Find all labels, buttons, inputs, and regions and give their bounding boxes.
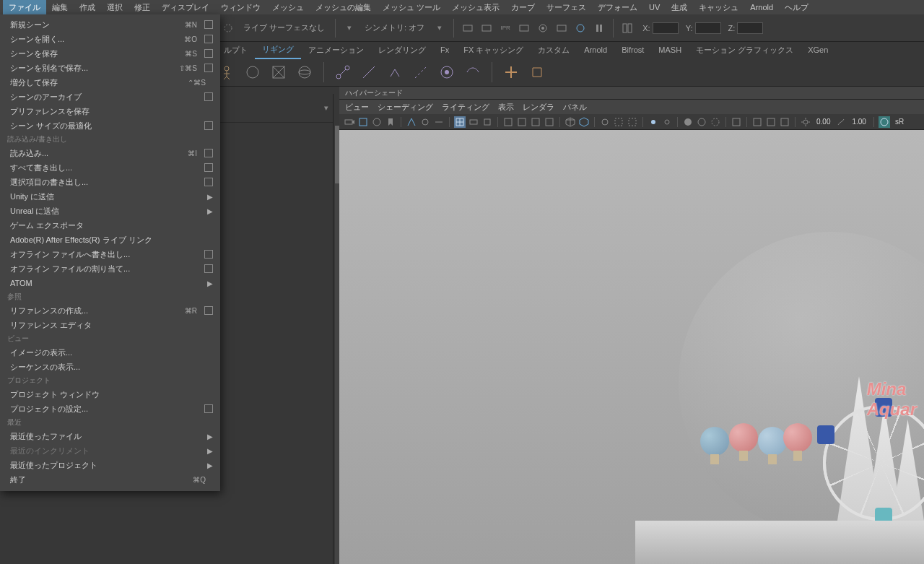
chevron-down-icon[interactable]: ▾ [341,20,357,36]
option-box-icon[interactable] [204,121,213,130]
isolate-icon[interactable] [731,116,742,128]
panel-icon[interactable] [544,116,555,128]
layout-icon[interactable] [619,20,635,36]
option-box-icon[interactable] [204,404,213,413]
menu-item[interactable]: イメージの表示... [0,345,220,360]
menu-item[interactable]: 選択項目の書き出し... [0,175,220,189]
shelf-tab-モーション グラフィックス[interactable]: モーション グラフィックス [689,42,801,58]
coord-x-input[interactable] [653,22,679,34]
menu-選択[interactable]: 選択 [101,0,128,15]
cube-icon[interactable] [578,116,590,128]
menu-キャッシュ[interactable]: キャッシュ [693,0,744,15]
shelf-skin-icon[interactable] [463,62,483,82]
panel-menu-表示[interactable]: 表示 [498,102,514,113]
menu-ディスプレイ[interactable]: ディスプレイ [156,0,215,15]
menu-Arnold[interactable]: Arnold [744,1,779,14]
menu-item[interactable]: プリファレンスを保存 [0,104,220,118]
shelf-constraint-icon[interactable] [501,62,521,82]
light-icon[interactable] [661,116,673,128]
gear-icon[interactable] [535,20,551,36]
menu-item[interactable]: プロジェクト ウィンドウ [0,387,220,402]
render-icon[interactable] [516,20,532,36]
panel-icon[interactable] [779,116,790,128]
panel-menu-ライティング[interactable]: ライティング [442,102,489,113]
panel-icon[interactable] [502,116,514,128]
panel-icon[interactable] [516,116,528,128]
menu-item[interactable]: Adobe(R) After Effects(R) ライブ リンク [0,233,220,247]
menu-item[interactable]: 最近使ったプロジェクト▶ [0,458,220,472]
option-box-icon[interactable] [204,306,213,315]
render-icon[interactable] [572,20,588,36]
option-box-icon[interactable] [204,149,213,157]
shelf-tab-Arnold[interactable]: Arnold [577,43,614,57]
render-icon[interactable] [554,20,570,36]
shelf-tab-MASH[interactable]: MASH [651,43,689,57]
shelf-tab-アニメーション[interactable]: アニメーション [301,42,371,58]
shade-icon[interactable] [682,116,694,128]
panel-icon[interactable] [613,116,624,128]
shelf-tab-FX キャッシング[interactable]: FX キャッシング [456,42,531,58]
menu-item[interactable]: オフライン ファイルの割り当て... [0,261,220,276]
menu-item[interactable]: Unreal に送信▶ [0,204,220,218]
menu-ウィンドウ[interactable]: ウィンドウ [215,0,266,15]
shelf-sphere-icon[interactable] [295,62,315,82]
shelf-shape-icon[interactable] [269,62,289,82]
shelf-tab-Fx[interactable]: Fx [433,43,456,57]
grid-icon[interactable] [454,116,466,128]
shade-icon[interactable] [710,116,721,128]
menu-item[interactable]: リファレンス エディタ [0,318,220,332]
3d-viewport[interactable]: Mina Aquar [339,130,924,564]
menu-item[interactable]: 終了⌘Q [0,472,220,487]
shelf-ik-icon[interactable] [385,62,405,82]
menu-UV[interactable]: UV [643,1,666,14]
menu-修正[interactable]: 修正 [128,0,156,15]
option-box-icon[interactable] [204,178,213,186]
gamma-icon[interactable] [835,116,847,128]
panel-icon[interactable] [481,116,493,128]
menu-item[interactable]: シーケンスの表示... [0,360,220,374]
chevron-down-icon[interactable]: ▾ [432,20,448,36]
panel-menu-パネル[interactable]: パネル [563,102,587,113]
menu-サーフェス[interactable]: サーフェス [541,0,592,15]
shelf-ik-icon[interactable] [411,62,431,82]
menu-item[interactable]: オフライン ファイルへ書き出し... [0,247,220,261]
hypershade-tab[interactable]: ハイパーシェード [339,87,924,100]
shelf-tab-レンダリング[interactable]: レンダリング [371,42,433,58]
panel-menu-シェーディング[interactable]: シェーディング [378,102,433,113]
menu-item[interactable]: すべて書き出し... [0,160,220,175]
menu-item[interactable]: シーンを保存⌘S [0,46,220,61]
panel-icon[interactable] [406,116,417,128]
menu-ファイル[interactable]: ファイル [3,0,46,15]
render-icon[interactable] [460,20,476,36]
option-box-icon[interactable] [204,92,213,101]
menu-item[interactable]: シーンのアーカイブ [0,90,220,104]
menu-item[interactable]: 増分して保存⌃⌘S [0,75,220,90]
shelf-tab-カスタム[interactable]: カスタム [531,42,577,58]
exposure-value[interactable]: 0.00 [814,118,833,126]
menu-編集[interactable]: 編集 [46,0,74,15]
menu-item[interactable]: 読み込み...⌘I [0,146,220,160]
option-box-icon[interactable] [204,250,213,259]
menu-item[interactable]: 最近使ったファイル▶ [0,429,220,443]
option-box-icon[interactable] [204,35,213,43]
panel-menu-ビュー[interactable]: ビュー [345,102,369,113]
panel-icon[interactable] [627,116,638,128]
panel-icon[interactable] [357,116,369,128]
cube-icon[interactable] [565,116,576,128]
menu-ヘルプ[interactable]: ヘルプ [779,0,814,15]
light-icon[interactable] [648,116,659,128]
ipr-icon[interactable]: IPR [497,20,513,36]
render-icon[interactable] [479,20,494,36]
menu-item[interactable]: プロジェクトの設定... [0,402,220,416]
option-box-icon[interactable] [204,264,213,273]
panel-icon[interactable] [530,116,541,128]
menu-デフォーム[interactable]: デフォーム [592,0,643,15]
menu-item[interactable]: シーンを別名で保存...⇧⌘S [0,61,220,75]
live-surface-label[interactable]: ライブ サーフェスなし [239,22,329,33]
panel-icon[interactable] [765,116,777,128]
shelf-shape-icon[interactable] [243,62,263,82]
menu-作成[interactable]: 作成 [74,0,101,15]
panel-icon[interactable] [433,116,445,128]
camera-icon[interactable] [344,116,355,128]
shelf-joint-icon[interactable] [333,62,353,82]
